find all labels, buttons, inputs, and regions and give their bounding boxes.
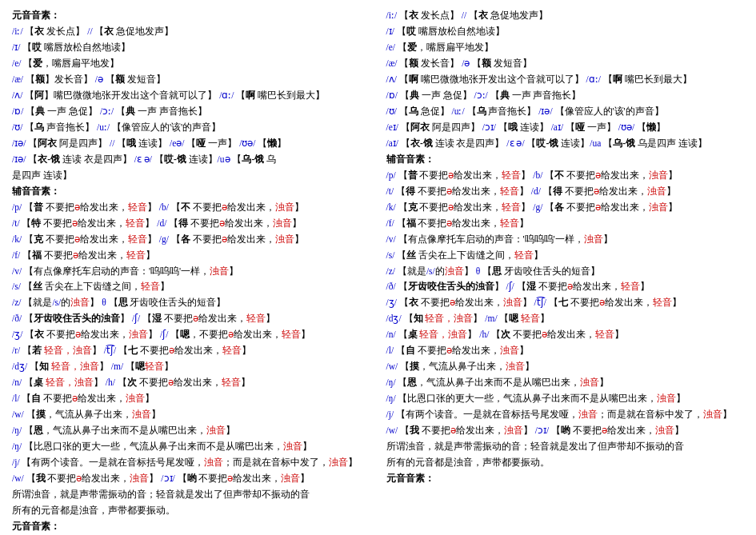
left-cons-1: /p/ 【普 不要把ə给发出来，轻音】 /b/ 【不 不要把ə给发出来，浊音】: [12, 200, 370, 215]
right-line-r6: /ɒ/ 【典 一声 急促】 /ɔː/ 【典 一声 声音拖长】: [386, 88, 745, 103]
right-line-r5: /ʌ/ 【啊 嘴巴微微地张开发出这个音就可以了】 /ɑː/ 【啊 嘴巴长到最大】: [386, 72, 745, 87]
left-line-5: /ʌ/ 【阿】嘴巴微微地张开发出这个音就可以了】 /ɑː/ 【啊 嘴巴长到最大】: [12, 88, 370, 103]
left-section2-title: 辅音音素：: [12, 184, 370, 199]
right-line-r1: /iː/ 【衣 发长点】 // 【衣 急促地发声】: [386, 8, 745, 23]
left-cons-7: /z/ 【就是/s/的浊音】 θ 【思 牙齿咬住舌头的短音】: [12, 295, 370, 310]
left-column: 元音音素： /iː/ 【衣 发长点】 // 【衣 急促地发声】 /ɪ/ 【哎 嘴…: [12, 8, 370, 535]
right-line-r7: /ʊ/ 【乌 急促】 /uː/ 【乌 声音拖长】 /ɪə/ 【像管应人的'该'的…: [386, 104, 745, 119]
right-cons-11: /n/ 【桌 轻音，浊音】 /h/ 【次 不要把ə给发出来，轻音】: [386, 327, 745, 342]
left-cons-3: /k/ 【克 不要把ə给发出来，轻音】 /g/ 【各 不要把ə给发出来，浊音】: [12, 232, 370, 247]
right-cons-12: /l/ 【自 不要把ə给发出来，浊音】: [386, 343, 745, 358]
left-line-9: /ɪə/ 【衣-饿 连读 衣是四声】 /ɛ ə/ 【哎-饿 连读】/uə 【乌-…: [12, 152, 370, 167]
left-cons-2: /t/ 【特 不要把ə给发出来，轻音】 /d/ 【得 不要把ə给发出来，浊音】: [12, 216, 370, 231]
left-cons-13: /l/ 【自 不要把ə给发出来，浊音】: [12, 391, 370, 406]
left-cons-12: /n/ 【桌 轻音，浊音】 /h/ 【次 不要把ə给发出来，轻音】: [12, 375, 370, 390]
right-cons-1: /p/ 【普 不要把ə给发出来，轻音】 /b/ 【不 不要把ə给发出来，浊音】: [386, 168, 745, 183]
left-cons-8: /ð/ 【牙齿咬住舌头的浊音】 /ʃ/ 【湿 不要把ə给发出来，轻音】: [12, 311, 370, 326]
right-cons-7: /z/ 【就是/s/的浊音】 θ 【思 牙齿咬住舌头的短音】: [386, 264, 745, 279]
right-cons-5: /v/ 【有点像摩托车启动的声音：'呜呜呜'一样，浊音】: [386, 232, 745, 247]
left-cons-4: /f/ 【福 不要把ə给发出来，轻音】: [12, 248, 370, 263]
left-section3-title: 元音音素：: [12, 519, 370, 534]
right-cons-15: /ŋ/ 【比恩口张的更大一些，气流从鼻子出来而不是从嘴巴出来，浊音】: [386, 391, 745, 406]
left-cons-18: /w/ 【我 不要把ə给发出来，浊音】 /ɔɪ/ 【哟 不要把ə给发出来，浊音】: [12, 471, 370, 486]
right-cons-14: /ŋ/ 【恩，气流从鼻子出来而不是从嘴巴出来，浊音】: [386, 375, 745, 390]
right-cons-3: /k/ 【克 不要把ə给发出来，轻音】 /g/ 【各 不要把ə给发出来，浊音】: [386, 200, 745, 215]
right-note1: 所谓浊音，就是声带需振动的音；轻音就是发出了但声带却不振动的音: [386, 439, 745, 454]
right-column: /iː/ 【衣 发长点】 // 【衣 急促地发声】 /ɪ/ 【哎 嘴唇放松自然地…: [386, 8, 745, 535]
right-section3-title: 元音音素：: [386, 471, 745, 486]
right-note2: 所有的元音都是浊音，声带都要振动。: [386, 455, 745, 470]
left-line-8: /ɪə/ 【阿衣 阿是四声】 // 【哦 连读】 /eə/ 【哑 一声】 /ʊə…: [12, 136, 370, 151]
left-line-1: /iː/ 【衣 发长点】 // 【衣 急促地发声】: [12, 24, 370, 39]
right-line-r3: /e/ 【爱，嘴唇扁平地发】: [386, 40, 745, 55]
left-cons-9: /ʒ/ 【衣 不要把ə给发出来，浊音】 /ʃ/ 【嗯，不要把ə给发出来，轻音】: [12, 327, 370, 342]
right-cons-10: /dʒ/ 【知 轻音，浊音】 /m/ 【嗯 轻音】: [386, 311, 745, 326]
left-cons-5: /v/ 【有点像摩托车启动的声音：'呜呜呜'一样，浊音】: [12, 264, 370, 279]
left-line-9b: 是四声 连读】: [12, 168, 370, 183]
right-cons-4: /f/ 【福 不要把ə给发出来，轻音】: [386, 216, 745, 231]
left-note1: 所谓浊音，就是声带需振动的音；轻音就是发出了但声带却不振动的音: [12, 487, 370, 502]
left-cons-15: /ŋ/ 【恩，气流从鼻子出来而不是从嘴巴出来，浊音】: [12, 423, 370, 438]
right-line-r4: /æ/ 【额 发长音】 /ə 【额 发短音】: [386, 56, 745, 71]
left-cons-10: /r/ 【若 轻音，浊音】 /t͡ʃ/ 【七 不要把ə给发出来，轻音】: [12, 343, 370, 358]
right-cons-16: /j/ 【有两个读音。一是就在音标括号尾发哑，浊音；而是就在音标中发了，浊音】: [386, 407, 745, 422]
left-cons-17: /j/ 【有两个读音。一是就在音标括号尾发哑，浊音；而是就在音标中发了，浊音】: [12, 455, 370, 470]
right-cons-17: /w/ 【我 不要把ə给发出来，浊音】 /ɔɪ/ 【哟 不要把ə给发出来，浊音】: [386, 423, 745, 438]
left-line-4: /æ/ 【额】发长音】 /ə 【额 发短音】: [12, 72, 370, 87]
right-cons-9: /ʒ/ 【衣 不要把ə给发出来，浊音】 /t͡ʃ/ 【七 不要把ə给发出来，轻音…: [386, 295, 745, 310]
right-line-r2: /ɪ/ 【哎 嘴唇放松自然地读】: [386, 24, 745, 39]
left-cons-16: /ŋ/ 【比恩口张的更大一些，气流从鼻子出来而不是从嘴巴出来，浊音】: [12, 439, 370, 454]
left-line-3: /e/ 【爱，嘴唇扁平地发】: [12, 56, 370, 71]
right-section2-title: 辅音音素：: [386, 152, 745, 167]
left-cons-6: /s/ 【丝 舌尖在上下齿缝之间，轻音】: [12, 279, 370, 294]
right-cons-2: /t/ 【得 不要把ə给发出来，轻音】 /d/ 【得 不要把ə给发出来，浊音】: [386, 184, 745, 199]
left-line-7: /ʊ/ 【乌 声音拖长】 /uː/ 【像管应人的'该'的声音】: [12, 120, 370, 135]
right-cons-13: /w/ 【摸，气流从鼻子出来，浊音】: [386, 359, 745, 374]
main-content: 元音音素： /iː/ 【衣 发长点】 // 【衣 急促地发声】 /ɪ/ 【哎 嘴…: [12, 8, 744, 535]
left-cons-11: /dʒ/ 【知 轻音，浊音】 /m/ 【嗯轻音】: [12, 359, 370, 374]
right-cons-8: /ð/ 【牙齿咬住舌头的浊音】 /ʃ/ 【湿 不要把ə给发出来，轻音】: [386, 279, 745, 294]
left-section1-title: 元音音素：: [12, 8, 370, 23]
left-cons-14: /w/ 【摸，气流从鼻子出来，浊音】: [12, 407, 370, 422]
right-line-r8: /eɪ/ 【阿衣 阿是四声】 /ɔɪ/ 【哦 连读】 /aɪ/ 【哑 一声】 /…: [386, 120, 745, 135]
left-line-6: /ɒ/ 【典 一声 急促】 /ɔː/ 【典 一声 声音拖长】: [12, 104, 370, 119]
left-note2: 所有的元音都是浊音，声带都要振动。: [12, 503, 370, 518]
left-line-2: /ɪ/ 【哎 嘴唇放松自然地读】: [12, 40, 370, 55]
right-cons-6: /s/ 【丝 舌尖在上下齿缝之间，轻音】: [386, 248, 745, 263]
right-line-r9: /aɪ/ 【衣-饿 连读 衣是四声】 /ɛ ə/ 【哎-饿 连读】/ua 【乌-…: [386, 136, 745, 151]
